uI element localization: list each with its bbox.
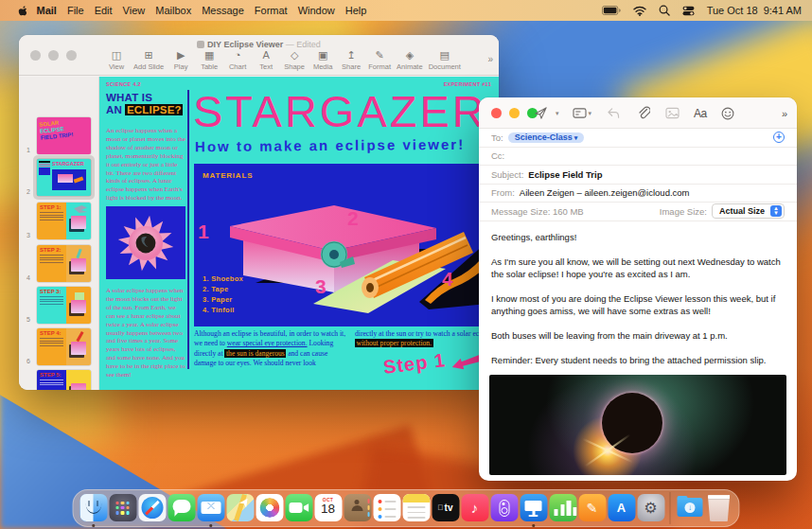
desktop: Mail File Edit View Mailbox Message Form… [0, 0, 812, 529]
add-recipient-button[interactable]: + [773, 132, 785, 143]
running-indicator [209, 524, 212, 527]
dock-keynote-icon[interactable] [520, 494, 548, 522]
close-button[interactable] [491, 108, 502, 118]
from-field[interactable]: From: Aileen Zeigen – aileen.zeigen@iclo… [479, 185, 797, 203]
minimize-button[interactable] [48, 50, 59, 61]
dock-reminders-icon[interactable] [373, 494, 401, 522]
dock-appstore-icon[interactable]: A [608, 494, 636, 522]
toolbar-document-button[interactable]: ▤Document [426, 50, 464, 71]
menu-view[interactable]: View [117, 5, 150, 16]
window-title: DIY Eclipse Viewer — Edited [19, 40, 499, 49]
reply-button[interactable] [607, 107, 621, 119]
dock-music-icon[interactable]: ♪ [461, 494, 489, 522]
toolbar-format-button[interactable]: ✎Format [365, 50, 394, 71]
control-center-icon[interactable] [682, 6, 695, 16]
slide-thumbnail-2-selected[interactable]: 2 STARGAZER [37, 159, 91, 196]
wifi-icon[interactable] [633, 6, 646, 16]
menu-app-name[interactable]: Mail [31, 5, 62, 16]
dock-appletv-icon[interactable]: tv [432, 494, 460, 522]
toolbar-text-button[interactable]: AText [252, 50, 280, 71]
share-icon: ↥ [347, 50, 356, 61]
keynote-window: DIY Eclipse Viewer — Edited ◫View ⊞Add S… [19, 35, 499, 390]
dock-mail-icon[interactable] [197, 494, 225, 522]
material-number-3: 3 [315, 275, 327, 298]
menu-date[interactable]: Tue Oct 18 [707, 5, 758, 16]
menu-format[interactable]: Format [249, 5, 292, 16]
emoji-button[interactable] [721, 107, 734, 120]
dock-pages-icon[interactable]: ✎ [578, 494, 607, 522]
dock-launchpad-icon[interactable] [109, 494, 137, 522]
dock-safari-icon[interactable] [138, 494, 167, 522]
attach-button[interactable] [637, 106, 650, 120]
dock-photos-icon[interactable] [256, 494, 284, 522]
dock-downloads-icon[interactable]: ↓ [676, 494, 704, 522]
slide-thumbnail-1[interactable]: 1 SOLAR ECLIPSE FIELD TRIP! [37, 117, 91, 154]
format-button[interactable]: Aa [694, 107, 707, 120]
slide-canvas[interactable]: SCIENCE 4.2 EXPERIMENT #11 WHAT IS AN EC… [99, 77, 499, 390]
mail-toolbar: ▾ ▾ Aa » [479, 97, 797, 129]
play-icon: ▶ [177, 50, 185, 61]
animate-icon: ◈ [406, 50, 414, 61]
slide-thumbnail-4[interactable]: 4 STEP 2: [37, 245, 91, 282]
cc-field[interactable]: Cc: [479, 148, 797, 167]
dock-maps-icon[interactable] [226, 494, 255, 522]
search-icon[interactable] [659, 5, 670, 16]
toolbar-add-slide-button[interactable]: ⊞Add Slide [131, 50, 167, 71]
to-field[interactable]: To: Science-Class▾ + [479, 129, 797, 148]
dock-facetime-icon[interactable] [285, 494, 313, 522]
dock-podcasts-icon[interactable] [490, 494, 519, 522]
slide-navigator: 1 SOLAR ECLIPSE FIELD TRIP! 2 [19, 77, 99, 390]
image-size-select[interactable]: Actual Size ▲▼ [712, 203, 785, 219]
dock-settings-icon[interactable]: ⚙ [637, 494, 665, 522]
subject-field[interactable]: Subject: Eclipse Field Trip [479, 166, 797, 185]
mail-toolbar-overflow[interactable]: » [782, 108, 787, 119]
material-number-1: 1 [198, 220, 209, 243]
dock-trash-icon[interactable] [705, 494, 733, 522]
chart-icon: ◔ [235, 50, 241, 61]
minimize-button[interactable] [509, 108, 520, 118]
warning-text-col2: directly at the sun or try to watch a so… [355, 329, 499, 349]
battery-icon[interactable] [602, 6, 621, 15]
eclipse-photo-attachment[interactable] [489, 375, 786, 475]
menu-mailbox[interactable]: Mailbox [150, 5, 197, 16]
toolbar-view-button[interactable]: ◫View [102, 50, 131, 71]
close-button[interactable] [30, 50, 41, 61]
menu-window[interactable]: Window [292, 5, 340, 16]
header-fields-button[interactable]: ▾ [573, 107, 592, 119]
apple-menu-icon[interactable] [11, 5, 31, 17]
slide-thumbnail-7[interactable]: 7 STEP 5: [37, 370, 91, 390]
mail-compose-window: ▾ ▾ Aa » [479, 97, 797, 481]
body-paragraph: Reminder: Every student needs to bring t… [491, 354, 785, 366]
toolbar-chart-button[interactable]: ◔Chart [223, 50, 252, 71]
recipient-token[interactable]: Science-Class▾ [508, 132, 585, 144]
toolbar-share-button[interactable]: ↥Share [337, 50, 365, 71]
slide-thumbnail-3[interactable]: 3 STEP 1: [37, 203, 91, 239]
dock-contacts-icon[interactable] [344, 494, 372, 522]
toolbar-shape-button[interactable]: ◇Shape [280, 50, 309, 71]
dock-notes-icon[interactable] [402, 494, 431, 522]
zoom-button[interactable] [66, 50, 77, 61]
menu-file[interactable]: File [62, 5, 89, 16]
menu-help[interactable]: Help [340, 5, 372, 16]
dock-messages-icon[interactable] [168, 494, 196, 522]
dock-calendar-icon[interactable]: OCT18 [314, 494, 343, 522]
warning-text-col1: Although an eclipse is beautiful, in ord… [194, 329, 348, 368]
slide-thumbnail-5[interactable]: 5 STEP 3: [37, 287, 91, 324]
toolbar-table-button[interactable]: ▦Table [195, 50, 223, 71]
send-options-chevron[interactable]: ▾ [556, 110, 559, 117]
dock-numbers-icon[interactable] [549, 494, 577, 522]
dock-finder-icon[interactable] [79, 494, 108, 522]
toolbar-play-button[interactable]: ▶Play [167, 50, 195, 71]
send-button[interactable] [534, 106, 548, 120]
insert-photo-button[interactable] [665, 107, 680, 119]
step-arrow-icon [450, 352, 483, 372]
toolbar-animate-button[interactable]: ◈Animate [394, 50, 426, 71]
slide-thumbnail-6[interactable]: 6 STEP 4: [37, 328, 91, 365]
menu-time[interactable]: 9:41 AM [764, 5, 802, 16]
toolbar-media-button[interactable]: ▣Media [309, 50, 337, 71]
menu-edit[interactable]: Edit [89, 5, 117, 16]
slide-title: STARGAZER [193, 85, 487, 137]
menu-message[interactable]: Message [197, 5, 250, 16]
toolbar-overflow-button[interactable]: » [487, 50, 493, 64]
dock-divider [666, 491, 675, 525]
